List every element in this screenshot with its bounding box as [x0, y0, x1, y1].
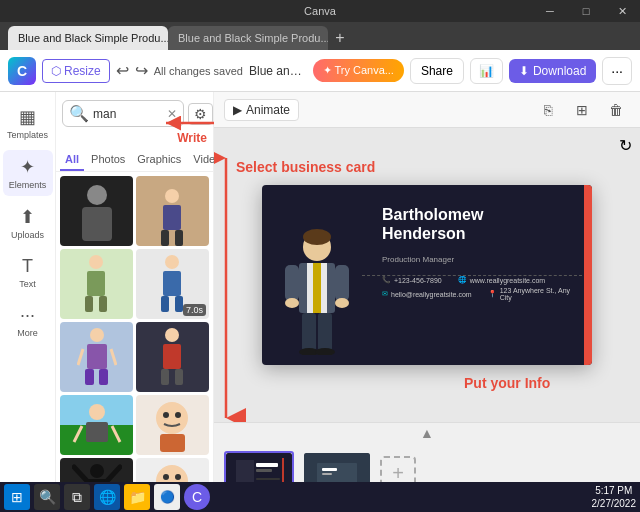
- search-clear-btn[interactable]: ✕: [167, 107, 177, 121]
- svg-rect-13: [163, 271, 181, 296]
- sidebar-item-text[interactable]: T Text: [3, 250, 53, 295]
- sidebar-item-uploads[interactable]: ⬆ Uploads: [3, 200, 53, 246]
- app-logo: C: [8, 57, 36, 85]
- element-item-7[interactable]: [60, 395, 133, 455]
- templates-icon: ▦: [19, 106, 36, 128]
- redo-btn[interactable]: ↪: [135, 61, 148, 80]
- share-button[interactable]: Share: [410, 58, 464, 84]
- cat-tab-all[interactable]: All: [60, 149, 84, 171]
- new-tab-btn[interactable]: +: [328, 26, 352, 50]
- undo-btn[interactable]: ↩: [116, 61, 129, 80]
- person-figure-1: [155, 186, 190, 246]
- try-canva-button[interactable]: ✦ Try Canva...: [313, 59, 404, 82]
- explorer-btn[interactable]: 📁: [124, 484, 150, 510]
- tab-1[interactable]: Blue and Black Simple Produ... ✕: [8, 26, 168, 50]
- copy-icon-btn[interactable]: ⎘: [534, 96, 562, 124]
- minimize-btn[interactable]: ─: [532, 0, 568, 22]
- canvas-area: ▶ Animate ⎘ ⊞ 🗑 ↻: [214, 92, 640, 512]
- person-figure-4: [77, 325, 117, 390]
- cat-tab-photos[interactable]: Photos: [86, 149, 130, 171]
- element-item-4[interactable]: 7.0s: [136, 249, 209, 319]
- contact-email: ✉ hello@reallygreatsite.com: [382, 290, 472, 298]
- download-icon: ⬇: [519, 64, 529, 78]
- title-bar: Canva ─ □ ✕: [0, 0, 640, 22]
- sidebar-item-elements[interactable]: ✦ Elements: [3, 150, 53, 196]
- put-info-label: Put your Info: [464, 375, 550, 391]
- download-button[interactable]: ⬇ Download: [509, 59, 596, 83]
- filter-button[interactable]: ⚙: [188, 103, 213, 125]
- animate-button[interactable]: ▶ Animate: [224, 99, 299, 121]
- element-item-2[interactable]: [136, 176, 209, 246]
- element-item-5[interactable]: [60, 322, 133, 392]
- svg-rect-63: [285, 265, 299, 301]
- search-taskbar-btn[interactable]: 🔍: [34, 484, 60, 510]
- grid-icon-btn[interactable]: ⊞: [568, 96, 596, 124]
- task-view-btn[interactable]: ⧉: [64, 484, 90, 510]
- maximize-btn[interactable]: □: [568, 0, 604, 22]
- cat-tab-graphics[interactable]: Graphics: [132, 149, 186, 171]
- canvas-toolbar: ▶ Animate ⎘ ⊞ 🗑: [214, 92, 640, 128]
- write-label[interactable]: Write: [56, 131, 213, 149]
- refresh-btn[interactable]: ↻: [619, 136, 632, 155]
- canva-taskbar-btn[interactable]: C: [184, 484, 210, 510]
- svg-point-30: [156, 402, 188, 434]
- person-figure-5: [155, 325, 190, 390]
- more-label: More: [17, 328, 38, 338]
- document-title[interactable]: Blue and Black Simple Production Manager…: [249, 64, 307, 78]
- svg-rect-9: [87, 271, 105, 296]
- location-icon: 📍: [488, 290, 497, 298]
- contact-address: 📍 123 Anywhere St., Any City: [488, 287, 582, 301]
- svg-rect-78: [256, 469, 272, 472]
- sidebar-item-more[interactable]: ··· More: [3, 299, 53, 344]
- svg-rect-64: [335, 265, 349, 301]
- cartoon-face: [150, 398, 195, 453]
- analytics-button[interactable]: 📊: [470, 58, 503, 84]
- element-item-8[interactable]: [136, 395, 209, 455]
- business-card[interactable]: BartholomewHenderson Production Manager …: [262, 185, 592, 365]
- chrome-btn[interactable]: 🔵: [154, 484, 180, 510]
- card-name: BartholomewHenderson: [382, 205, 582, 243]
- canva-logo-icon: C: [8, 57, 36, 85]
- email-icon: ✉: [382, 290, 388, 298]
- svg-rect-77: [256, 463, 278, 467]
- svg-rect-18: [85, 369, 94, 385]
- element-item-6[interactable]: [136, 322, 209, 392]
- canvas-workspace: ↻: [214, 128, 640, 422]
- phone-icon: 📞: [382, 276, 391, 284]
- svg-rect-15: [175, 296, 183, 312]
- card-left: [262, 185, 372, 365]
- element-item-1[interactable]: [60, 176, 133, 246]
- collapse-arrow[interactable]: ▲: [214, 423, 640, 443]
- card-divider: [362, 275, 582, 276]
- elements-panel: 🔍 ✕ ⚙ Write All Photos: [56, 92, 214, 512]
- tab-2[interactable]: Blue and Black Simple Produ... ✕: [168, 26, 328, 50]
- trash-icon-btn[interactable]: 🗑: [602, 96, 630, 124]
- search-input-wrap: 🔍 ✕: [62, 100, 184, 127]
- svg-point-59: [303, 229, 331, 245]
- svg-rect-11: [99, 296, 107, 312]
- svg-rect-62: [313, 263, 321, 313]
- svg-rect-84: [322, 468, 337, 471]
- contact-row-1: 📞 +123-456-7890 🌐 www.reallygreatsite.co…: [382, 276, 582, 284]
- resize-button[interactable]: ⬡ Resize: [42, 59, 110, 83]
- close-btn[interactable]: ✕: [604, 0, 640, 22]
- elements-label: Elements: [9, 180, 47, 190]
- sidebar-item-templates[interactable]: ▦ Templates: [3, 100, 53, 146]
- more-icon: ···: [20, 305, 35, 326]
- start-button[interactable]: ⊞: [4, 484, 30, 510]
- contact-website: 🌐 www.reallygreatsite.com: [458, 276, 545, 284]
- element-item-3[interactable]: [60, 249, 133, 319]
- svg-rect-19: [99, 369, 108, 385]
- svg-point-42: [175, 474, 181, 480]
- card-red-bar: [584, 185, 592, 365]
- tab-2-label: Blue and Black Simple Produ...: [178, 32, 328, 44]
- contact-phone: 📞 +123-456-7890: [382, 276, 442, 284]
- select-bc-label: Select business card: [236, 159, 375, 175]
- search-bar: 🔍 ✕ ⚙: [56, 92, 213, 131]
- search-input[interactable]: [93, 107, 163, 121]
- edge-btn[interactable]: 🌐: [94, 484, 120, 510]
- svg-rect-67: [302, 313, 316, 351]
- more-options-button[interactable]: ···: [602, 57, 632, 85]
- svg-rect-25: [175, 369, 183, 385]
- svg-point-2: [87, 185, 107, 205]
